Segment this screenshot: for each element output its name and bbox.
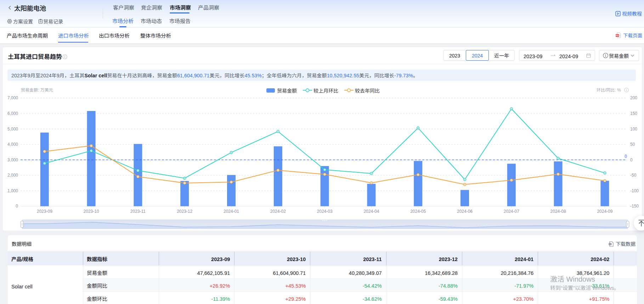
svg-text:2,000: 2,000	[7, 173, 18, 178]
svg-text:2023-11: 2023-11	[130, 209, 146, 214]
svg-text:2024-08: 2024-08	[550, 209, 566, 214]
svg-text:-100: -100	[630, 188, 639, 193]
svg-text:6,000: 6,000	[7, 111, 18, 116]
svg-text:0: 0	[630, 157, 633, 162]
svg-text:2024-01: 2024-01	[224, 209, 239, 214]
svg-text:150: 150	[630, 111, 637, 116]
svg-text:2024-02: 2024-02	[270, 209, 286, 214]
svg-text:7,000: 7,000	[7, 95, 18, 100]
svg-text:2023-10: 2023-10	[84, 209, 99, 214]
svg-text:2024-04: 2024-04	[363, 209, 379, 214]
svg-text:2023-12: 2023-12	[177, 209, 192, 214]
svg-text:-150: -150	[630, 204, 639, 209]
svg-text:100: 100	[630, 127, 637, 132]
svg-text:2024-03: 2024-03	[317, 209, 333, 214]
svg-text:3,000: 3,000	[7, 157, 18, 162]
svg-text:PDF: PDF	[616, 35, 619, 37]
svg-text:2024-09: 2024-09	[597, 209, 612, 214]
svg-text:1,000: 1,000	[7, 188, 18, 193]
svg-text:0: 0	[625, 154, 627, 159]
svg-text:5,000: 5,000	[7, 127, 18, 132]
svg-text:200: 200	[630, 95, 637, 100]
svg-text:0: 0	[16, 204, 18, 209]
svg-text:-50: -50	[630, 173, 637, 178]
svg-text:2024-07: 2024-07	[504, 209, 519, 214]
svg-text:2023-09: 2023-09	[37, 209, 52, 214]
svg-text:2024-05: 2024-05	[410, 209, 426, 214]
svg-text:4,000: 4,000	[7, 142, 18, 147]
svg-text:50: 50	[630, 142, 635, 147]
svg-text:2024-06: 2024-06	[457, 209, 473, 214]
